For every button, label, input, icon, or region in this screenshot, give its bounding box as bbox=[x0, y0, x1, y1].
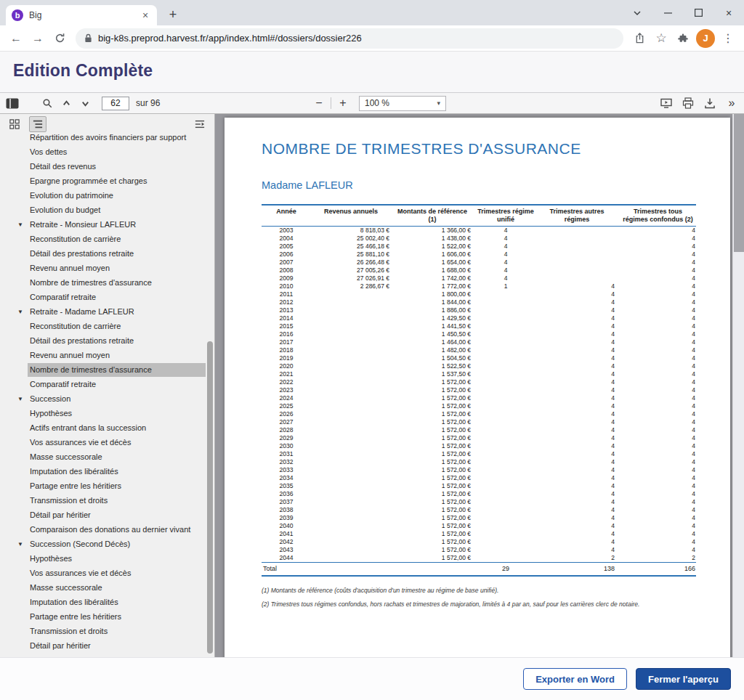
outline-item[interactable]: Actifs entrant dans la succession bbox=[0, 420, 206, 435]
outline-item[interactable]: Détail des revenus bbox=[0, 159, 206, 174]
cell-tous-regimes: 4 bbox=[619, 538, 696, 546]
extensions-puzzle-icon[interactable] bbox=[673, 28, 693, 49]
outline-item[interactable]: Epargne programmée et charges bbox=[0, 174, 206, 188]
cell-regime-unifie bbox=[474, 514, 538, 522]
outline-item[interactable]: Vos dettes bbox=[0, 145, 206, 159]
outline-item[interactable]: Masse successorale bbox=[0, 449, 206, 464]
zoom-select[interactable]: 100 % ▾ bbox=[359, 96, 446, 111]
outline-item[interactable]: Transmission et droits bbox=[0, 493, 206, 508]
cell-regime-unifie bbox=[474, 458, 538, 466]
profile-avatar[interactable]: J bbox=[696, 29, 715, 48]
outline-item[interactable]: Partage entre les héritiers bbox=[0, 479, 206, 493]
cell-regime-unifie: 4 bbox=[474, 235, 538, 243]
cell-revenus bbox=[311, 378, 392, 386]
table-row: 2024 1 572,00 € 4 4 bbox=[262, 394, 696, 402]
outline-item[interactable]: Comparatif retraite bbox=[0, 377, 206, 391]
outline-item[interactable]: Reconstitution de carrière bbox=[0, 319, 206, 333]
cell-revenus bbox=[311, 330, 392, 338]
outline-item[interactable]: Vos assurances vie et décès bbox=[0, 566, 206, 580]
outline-item[interactable]: Retraite - Monsieur LAFLEUR bbox=[0, 217, 206, 232]
outline-item[interactable]: Imputation des libéralités bbox=[0, 464, 206, 479]
outline-item[interactable]: Détail par héritier bbox=[0, 508, 206, 522]
outline-view-icon[interactable] bbox=[29, 116, 46, 132]
sidebar-scrollbar-thumb[interactable] bbox=[207, 341, 213, 654]
outline-item[interactable]: Vos assurances vie et décès bbox=[0, 435, 206, 449]
col-header-tous-regimes: Trimestres tous régimes confondus (2) bbox=[619, 205, 696, 227]
cell-tous-regimes: 4 bbox=[619, 466, 696, 474]
reload-button[interactable] bbox=[49, 28, 70, 49]
cell-year: 2009 bbox=[262, 274, 311, 282]
export-word-button[interactable]: Exporter en Word bbox=[523, 668, 627, 690]
caret-down-icon[interactable] bbox=[17, 541, 28, 548]
zoom-out-button[interactable]: − bbox=[310, 94, 328, 112]
outline-item[interactable]: Retraite - Madame LAFLEUR bbox=[0, 304, 206, 319]
outline-item[interactable]: Succession bbox=[0, 391, 206, 406]
presentation-mode-icon[interactable] bbox=[657, 94, 676, 112]
table-row: 2018 1 482,00 € 4 4 bbox=[262, 346, 696, 354]
cell-autres-regimes: 4 bbox=[538, 330, 619, 338]
outline-item[interactable]: Nombre de trimestres d'assurance bbox=[0, 362, 206, 377]
tab-close-icon[interactable]: × bbox=[140, 9, 151, 21]
outline-item[interactable]: Evolution du budget bbox=[0, 203, 206, 217]
outline-item[interactable]: Détail des prestations retraite bbox=[0, 333, 206, 348]
more-tools-icon[interactable]: » bbox=[722, 94, 741, 112]
close-preview-button[interactable]: Fermer l'aperçu bbox=[636, 668, 731, 690]
col-header-autres-regimes: Trimestres autres régimes bbox=[538, 205, 619, 227]
previous-page-button[interactable] bbox=[57, 94, 76, 112]
next-page-button[interactable] bbox=[76, 94, 94, 112]
browser-tab[interactable]: b Big × bbox=[6, 5, 157, 25]
outline-item[interactable]: Partage entre les héritiers bbox=[0, 609, 206, 624]
back-button[interactable]: ← bbox=[6, 28, 26, 49]
outline-item[interactable]: Imputation des libéralités bbox=[0, 595, 206, 609]
search-icon[interactable] bbox=[38, 94, 57, 112]
print-icon[interactable] bbox=[679, 94, 698, 112]
zoom-in-button[interactable]: + bbox=[333, 94, 352, 112]
caret-down-icon[interactable] bbox=[17, 396, 28, 402]
sidebar-toggle-button[interactable] bbox=[3, 94, 22, 112]
table-row: 2035 1 572,00 € 4 4 bbox=[262, 482, 696, 490]
current-outline-item-icon[interactable] bbox=[191, 116, 209, 132]
cell-regime-unifie bbox=[474, 490, 538, 498]
window-minimize-button[interactable] bbox=[652, 0, 683, 25]
cell-tous-regimes: 4 bbox=[619, 330, 696, 338]
outline-item[interactable]: Hypothèses bbox=[0, 551, 206, 566]
new-tab-button[interactable]: + bbox=[164, 6, 182, 23]
outline-item[interactable]: Revenu annuel moyen bbox=[0, 348, 206, 362]
outline-item[interactable]: Comparatif retraite bbox=[0, 290, 206, 304]
cell-tous-regimes: 4 bbox=[619, 227, 696, 235]
url-bar[interactable]: big-k8s.preprod.harvest.fr/app/index.htm… bbox=[76, 28, 623, 49]
table-row: 2011 1 800,00 € 4 4 bbox=[262, 290, 696, 298]
outline-item[interactable]: Masse successorale bbox=[0, 580, 206, 595]
main-scrollbar-thumb[interactable] bbox=[734, 114, 744, 252]
forward-button[interactable]: → bbox=[28, 28, 48, 49]
outline-item[interactable]: Comparaison des donations au dernier viv… bbox=[0, 522, 206, 537]
cell-revenus bbox=[311, 354, 392, 362]
share-icon[interactable] bbox=[629, 28, 650, 49]
outline-item[interactable]: Hypothèses bbox=[0, 406, 206, 420]
outline-item[interactable]: Succession (Second Décès) bbox=[0, 537, 206, 551]
outline-item[interactable]: Répartition des avoirs financiers par su… bbox=[0, 134, 206, 145]
caret-down-icon[interactable] bbox=[17, 309, 28, 315]
cell-year: 2034 bbox=[262, 474, 311, 482]
bookmark-star-icon[interactable]: ☆ bbox=[651, 28, 671, 49]
cell-revenus: 27 005,26 € bbox=[311, 266, 392, 274]
cell-revenus bbox=[311, 314, 392, 322]
thumbnails-view-icon[interactable] bbox=[6, 116, 23, 132]
outline-item[interactable]: Revenu annuel moyen bbox=[0, 261, 206, 275]
outline-item[interactable]: Reconstitution de carrière bbox=[0, 232, 206, 246]
window-maximize-button[interactable] bbox=[683, 0, 713, 25]
caret-down-icon[interactable] bbox=[17, 221, 28, 228]
window-close-button[interactable]: × bbox=[713, 0, 744, 25]
outline-item[interactable]: Détail des prestations retraite bbox=[0, 246, 206, 261]
cell-year: 2029 bbox=[262, 434, 311, 442]
page-number-input[interactable] bbox=[102, 97, 129, 110]
main-scrollbar[interactable] bbox=[732, 114, 744, 657]
outline-item[interactable]: Transmission et droits bbox=[0, 624, 206, 638]
kebab-menu-icon[interactable]: ⋮ bbox=[718, 28, 738, 49]
outline-item[interactable]: Nombre de trimestres d'assurance bbox=[0, 275, 206, 290]
chevron-down-icon[interactable] bbox=[622, 0, 652, 25]
outline-item[interactable]: Evolution du patrimoine bbox=[0, 188, 206, 203]
outline-item[interactable]: Détail par héritier bbox=[0, 638, 206, 653]
download-icon[interactable] bbox=[700, 94, 719, 112]
cell-montants: 1 482,00 € bbox=[392, 346, 474, 354]
